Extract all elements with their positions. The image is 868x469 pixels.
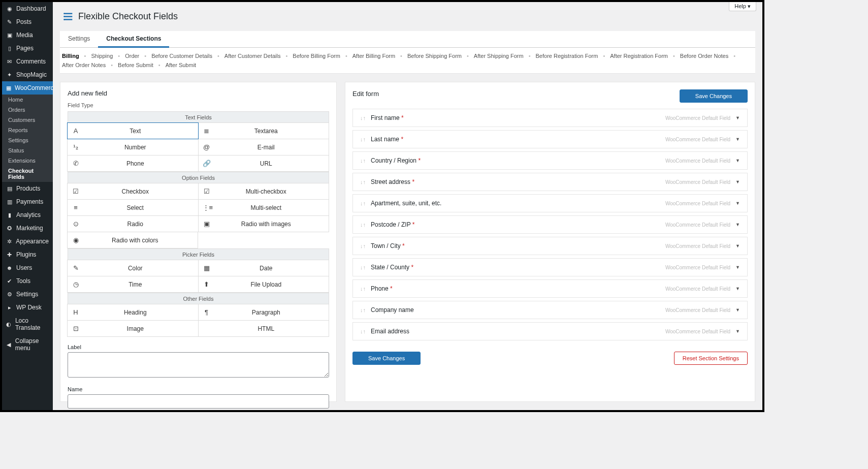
sidebar-item-settings[interactable]: ⚙Settings — [2, 288, 53, 301]
drag-handle-icon[interactable]: ↓↑ — [360, 115, 366, 121]
field-type-radio-with-colors[interactable]: ◉Radio with colors — [67, 232, 198, 248]
form-field-row-email-address[interactable]: ↓↑Email addressWooCommerce Default Field… — [352, 322, 748, 340]
sidebar-item-woocommerce[interactable]: ▦WooCommerce — [2, 81, 53, 95]
sidebar-subitem-orders[interactable]: Orders — [2, 105, 53, 115]
tab-settings[interactable]: Settings — [60, 31, 98, 47]
section-link-after-shipping-form[interactable]: After Shipping Form — [472, 53, 526, 59]
sidebar-subitem-reports[interactable]: Reports — [2, 125, 53, 135]
chevron-down-icon[interactable]: ▼ — [735, 329, 740, 334]
field-type-multi-select[interactable]: ⋮≡Multi-select — [198, 199, 330, 216]
section-link-after-registration-form[interactable]: After Registration Form — [608, 53, 670, 59]
drag-handle-icon[interactable]: ↓↑ — [360, 328, 366, 334]
sidebar-item-plugins[interactable]: ✚Plugins — [2, 248, 53, 261]
section-link-before-submit[interactable]: Before Submit — [116, 62, 155, 68]
drag-handle-icon[interactable]: ↓↑ — [360, 243, 366, 249]
field-type-date[interactable]: ▦Date — [198, 260, 330, 276]
drag-handle-icon[interactable]: ↓↑ — [360, 136, 366, 142]
sidebar-item-loco-translate[interactable]: ◐Loco Translate — [2, 314, 53, 334]
section-link-billing[interactable]: Billing — [60, 53, 81, 59]
form-field-row-town-city[interactable]: ↓↑Town / City *WooCommerce Default Field… — [352, 237, 748, 255]
tab-checkout-sections[interactable]: Checkout Sections — [98, 31, 169, 48]
field-type-select[interactable]: ≡Select — [67, 199, 199, 216]
label-input[interactable] — [68, 352, 329, 378]
sidebar-item-wp-desk[interactable]: ▸WP Desk — [2, 301, 53, 314]
sidebar-subitem-extensions[interactable]: Extensions — [2, 155, 53, 166]
section-link-after-submit[interactable]: After Submit — [164, 62, 199, 68]
field-type-html[interactable]: HTML — [198, 320, 330, 337]
section-link-after-order-notes[interactable]: After Order Notes — [60, 62, 108, 68]
sidebar-item-payments[interactable]: ▥Payments — [2, 195, 53, 208]
reset-section-button[interactable]: Reset Section Settings — [674, 352, 748, 365]
section-link-before-shipping-form[interactable]: Before Shipping Form — [405, 53, 464, 59]
chevron-down-icon[interactable]: ▼ — [735, 137, 740, 142]
field-type-image[interactable]: ⊡Image — [67, 320, 199, 337]
sidebar-subitem-settings[interactable]: Settings — [2, 135, 53, 145]
section-link-before-registration-form[interactable]: Before Registration Form — [534, 53, 600, 59]
chevron-down-icon[interactable]: ▼ — [735, 179, 740, 184]
drag-handle-icon[interactable]: ↓↑ — [360, 158, 366, 164]
form-field-row-street-address[interactable]: ↓↑Street address *WooCommerce Default Fi… — [352, 173, 748, 191]
sidebar-item-marketing[interactable]: ✪Marketing — [2, 222, 53, 235]
sidebar-subitem-status[interactable]: Status — [2, 145, 53, 155]
chevron-down-icon[interactable]: ▼ — [735, 286, 740, 291]
sidebar-item-pages[interactable]: ▯Pages — [2, 42, 53, 55]
chevron-down-icon[interactable]: ▼ — [735, 265, 740, 270]
field-type-heading[interactable]: HHeading — [67, 304, 199, 321]
section-link-before-customer-details[interactable]: Before Customer Details — [149, 53, 214, 59]
chevron-down-icon[interactable]: ▼ — [735, 307, 740, 312]
sidebar-item-collapse-menu[interactable]: ◀Collapse menu — [2, 334, 53, 355]
save-changes-top-button[interactable]: Save Changes — [680, 89, 748, 103]
field-type-color[interactable]: ✎Color — [67, 260, 199, 276]
form-field-row-first-name[interactable]: ↓↑First name *WooCommerce Default Field▼ — [352, 109, 748, 127]
chevron-down-icon[interactable]: ▼ — [735, 201, 740, 206]
form-field-row-state-county[interactable]: ↓↑State / County *WooCommerce Default Fi… — [352, 258, 748, 276]
section-link-shipping[interactable]: Shipping — [89, 53, 115, 59]
field-type-radio-with-images[interactable]: ▣Radio with images — [198, 215, 330, 232]
sidebar-item-dashboard[interactable]: ◉Dashboard — [2, 2, 53, 15]
section-link-before-order-notes[interactable]: Before Order Notes — [678, 53, 730, 59]
field-type-number[interactable]: ¹₂Number — [67, 139, 199, 155]
field-type-e-mail[interactable]: @E-mail — [198, 139, 330, 155]
chevron-down-icon[interactable]: ▼ — [735, 243, 740, 248]
form-field-row-phone[interactable]: ↓↑Phone *WooCommerce Default Field▼ — [352, 279, 748, 298]
sidebar-item-analytics[interactable]: ▮Analytics — [2, 208, 53, 222]
help-tab[interactable]: Help ▾ — [729, 2, 756, 11]
form-field-row-last-name[interactable]: ↓↑Last name *WooCommerce Default Field▼ — [352, 130, 748, 148]
sidebar-item-media[interactable]: ▣Media — [2, 28, 53, 42]
sidebar-item-shopmagic[interactable]: ✦ShopMagic — [2, 68, 53, 81]
section-link-after-billing-form[interactable]: After Billing Form — [350, 53, 397, 59]
field-type-text[interactable]: AText — [67, 122, 199, 139]
field-type-textarea[interactable]: ≣Textarea — [198, 122, 330, 139]
drag-handle-icon[interactable]: ↓↑ — [360, 200, 366, 206]
drag-handle-icon[interactable]: ↓↑ — [360, 179, 366, 185]
sidebar-subitem-customers[interactable]: Customers — [2, 115, 53, 125]
name-input[interactable] — [68, 394, 329, 409]
field-type-checkbox[interactable]: ☑Checkbox — [67, 183, 199, 200]
chevron-down-icon[interactable]: ▼ — [735, 158, 740, 163]
chevron-down-icon[interactable]: ▼ — [735, 222, 740, 227]
form-field-row-postcode-zip[interactable]: ↓↑Postcode / ZIP *WooCommerce Default Fi… — [352, 215, 748, 234]
sidebar-subitem-home[interactable]: Home — [2, 95, 53, 105]
chevron-down-icon[interactable]: ▼ — [735, 115, 740, 120]
section-link-order[interactable]: Order — [123, 53, 141, 59]
section-link-before-billing-form[interactable]: Before Billing Form — [291, 53, 342, 59]
drag-handle-icon[interactable]: ↓↑ — [360, 264, 366, 270]
sidebar-subitem-checkout-fields[interactable]: Checkout Fields — [2, 166, 53, 182]
sidebar-item-appearance[interactable]: ✲Appearance — [2, 235, 53, 248]
sidebar-item-users[interactable]: ☻Users — [2, 261, 53, 274]
sidebar-item-posts[interactable]: ✎Posts — [2, 15, 53, 28]
field-type-time[interactable]: ◷Time — [67, 276, 199, 293]
field-type-phone[interactable]: ✆Phone — [67, 155, 199, 172]
field-type-file-upload[interactable]: ⬆File Upload — [198, 276, 330, 293]
field-type-paragraph[interactable]: ¶Paragraph — [198, 304, 330, 321]
sidebar-item-comments[interactable]: ✉Comments — [2, 55, 53, 68]
sidebar-item-products[interactable]: ▤Products — [2, 182, 53, 195]
field-type-radio[interactable]: ⊙Radio — [67, 215, 199, 232]
form-field-row-country-region[interactable]: ↓↑Country / Region *WooCommerce Default … — [352, 151, 748, 170]
section-link-after-customer-details[interactable]: After Customer Details — [222, 53, 283, 59]
drag-handle-icon[interactable]: ↓↑ — [360, 222, 366, 228]
form-field-row-apartment-suite-unit-etc-[interactable]: ↓↑Apartment, suite, unit, etc.WooCommerc… — [352, 194, 748, 212]
sidebar-item-tools[interactable]: ✔Tools — [2, 274, 53, 288]
drag-handle-icon[interactable]: ↓↑ — [360, 286, 366, 292]
field-type-multi-checkbox[interactable]: ☑Multi-checkbox — [198, 183, 330, 200]
